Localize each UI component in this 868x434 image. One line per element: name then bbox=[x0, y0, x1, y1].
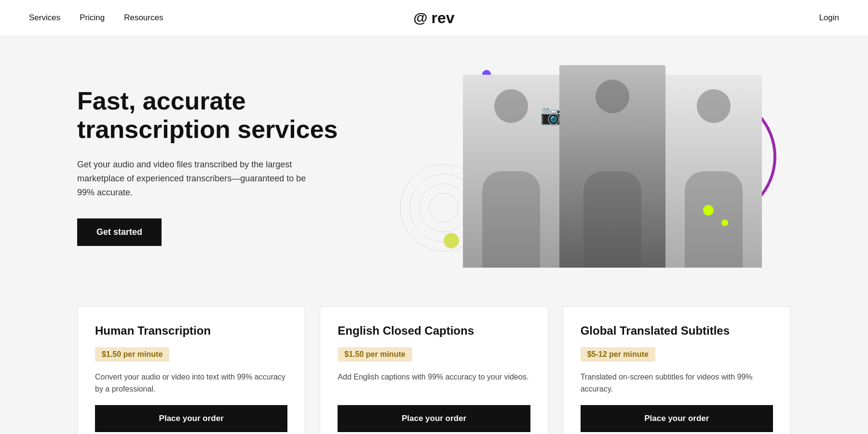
service-order-btn-2[interactable]: Place your order bbox=[338, 405, 530, 432]
person-cameraman: 📷 bbox=[463, 75, 559, 268]
service-title-2: English Closed Captions bbox=[338, 324, 530, 338]
svg-point-3 bbox=[429, 193, 458, 222]
hero-people: 📷 bbox=[463, 65, 762, 268]
nav-resources[interactable]: Resources bbox=[124, 13, 163, 23]
person3-body bbox=[685, 171, 743, 268]
service-desc-1: Convert your audio or video into text wi… bbox=[95, 371, 287, 395]
nav-services[interactable]: Services bbox=[29, 13, 60, 23]
services-section: Human Transcription $1.50 per minute Con… bbox=[0, 287, 868, 434]
hero-section: Fast, accurate transcription services Ge… bbox=[0, 36, 868, 287]
person2-body bbox=[583, 171, 641, 268]
service-price-3: $5-12 per minute bbox=[581, 347, 655, 362]
person1-body bbox=[482, 171, 540, 268]
logo-at-symbol: @ bbox=[413, 10, 427, 26]
deco-dot-lime bbox=[444, 233, 459, 248]
camera-icon: 📷 bbox=[540, 104, 559, 126]
logo-text: rev bbox=[432, 9, 455, 27]
hero-cta-button[interactable]: Get started bbox=[77, 218, 162, 246]
service-order-btn-3[interactable]: Place your order bbox=[581, 405, 773, 432]
login-link[interactable]: Login bbox=[819, 13, 839, 23]
service-card-human-transcription: Human Transcription $1.50 per minute Con… bbox=[77, 306, 305, 434]
nav-left: Services Pricing Resources bbox=[29, 13, 163, 23]
svg-point-2 bbox=[420, 184, 468, 232]
person3-head bbox=[697, 89, 731, 123]
deco-dot-lime3 bbox=[721, 219, 728, 226]
service-card-closed-captions: English Closed Captions $1.50 per minute… bbox=[320, 306, 548, 434]
service-price-2: $1.50 per minute bbox=[338, 347, 412, 362]
nav-logo[interactable]: @ rev bbox=[413, 9, 454, 27]
hero-title: Fast, accurate transcription services bbox=[77, 87, 357, 145]
nav-pricing[interactable]: Pricing bbox=[80, 13, 105, 23]
service-order-btn-1[interactable]: Place your order bbox=[95, 405, 287, 432]
deco-dot-lime2 bbox=[703, 205, 714, 216]
service-title-1: Human Transcription bbox=[95, 324, 287, 338]
hero-image-area: 📷 bbox=[357, 65, 791, 268]
person1-head bbox=[494, 89, 528, 123]
person2-head bbox=[596, 80, 629, 113]
person-center-woman bbox=[559, 65, 665, 268]
navbar: Services Pricing Resources @ rev Login bbox=[0, 0, 868, 36]
person-right-woman bbox=[665, 75, 762, 268]
hero-subtitle: Get your audio and video files transcrib… bbox=[77, 158, 318, 199]
service-desc-3: Translated on-screen subtitles for video… bbox=[581, 371, 773, 395]
hero-text: Fast, accurate transcription services Ge… bbox=[77, 87, 357, 246]
nav-right: Login bbox=[819, 13, 839, 23]
service-price-1: $1.50 per minute bbox=[95, 347, 169, 362]
service-card-translated-subtitles: Global Translated Subtitles $5-12 per mi… bbox=[563, 306, 791, 434]
services-grid: Human Transcription $1.50 per minute Con… bbox=[77, 306, 791, 434]
service-title-3: Global Translated Subtitles bbox=[581, 324, 773, 338]
service-desc-2: Add English captions with 99% accuracy t… bbox=[338, 371, 530, 383]
